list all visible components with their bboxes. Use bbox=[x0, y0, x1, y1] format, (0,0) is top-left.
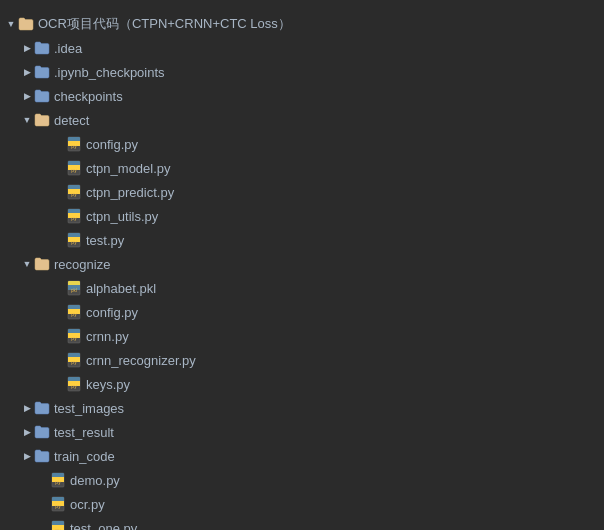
arrow-spacer bbox=[52, 209, 66, 223]
svg-text:pkl: pkl bbox=[71, 288, 77, 293]
arrow-spacer bbox=[52, 137, 66, 151]
item-label: test_result bbox=[54, 425, 114, 440]
arrow-spacer bbox=[52, 329, 66, 343]
item-label: demo.py bbox=[70, 473, 120, 488]
tree-arrow[interactable] bbox=[20, 425, 34, 439]
tree-arrow[interactable] bbox=[4, 17, 18, 31]
item-label: .ipynb_checkpoints bbox=[54, 65, 165, 80]
item-label: ocr.py bbox=[70, 497, 105, 512]
python-file-icon: py bbox=[66, 352, 82, 368]
folder-icon bbox=[34, 400, 50, 416]
item-label: alphabet.pkl bbox=[86, 281, 156, 296]
item-label: config.py bbox=[86, 137, 138, 152]
svg-text:py: py bbox=[71, 191, 77, 197]
folder-icon bbox=[34, 64, 50, 80]
item-label: crnn_recognizer.py bbox=[86, 353, 196, 368]
python-file-icon: py bbox=[66, 232, 82, 248]
python-file-icon: py bbox=[50, 496, 66, 512]
tree-item-recognize[interactable]: recognize bbox=[0, 252, 604, 276]
tree-item-ocr_py[interactable]: py ocr.py bbox=[0, 492, 604, 516]
tree-item-idea[interactable]: .idea bbox=[0, 36, 604, 60]
item-label: crnn.py bbox=[86, 329, 129, 344]
tree-item-demo_py[interactable]: py demo.py bbox=[0, 468, 604, 492]
item-label: test_one.py bbox=[70, 521, 137, 531]
item-label: ctpn_utils.py bbox=[86, 209, 158, 224]
tree-item-checkpoints[interactable]: checkpoints bbox=[0, 84, 604, 108]
arrow-spacer bbox=[36, 521, 50, 530]
arrow-spacer bbox=[36, 497, 50, 511]
arrow-spacer bbox=[52, 305, 66, 319]
python-file-icon: py bbox=[66, 208, 82, 224]
folder-icon bbox=[34, 256, 50, 272]
tree-item-test_one_py[interactable]: py test_one.py bbox=[0, 516, 604, 530]
tree-item-train_code[interactable]: train_code bbox=[0, 444, 604, 468]
tree-item-test_py[interactable]: py test.py bbox=[0, 228, 604, 252]
svg-text:py: py bbox=[71, 239, 77, 245]
pkl-file-icon: pkl bbox=[66, 280, 82, 296]
folder-icon bbox=[34, 40, 50, 56]
svg-text:py: py bbox=[71, 167, 77, 173]
tree-item-root[interactable]: OCR项目代码（CTPN+CRNN+CTC Loss） bbox=[0, 12, 604, 36]
tree-item-crnn_py[interactable]: py crnn.py bbox=[0, 324, 604, 348]
tree-arrow[interactable] bbox=[20, 89, 34, 103]
svg-text:py: py bbox=[71, 215, 77, 221]
item-label: ctpn_predict.py bbox=[86, 185, 174, 200]
python-file-icon: py bbox=[66, 304, 82, 320]
svg-text:py: py bbox=[71, 143, 77, 149]
svg-text:py: py bbox=[71, 311, 77, 317]
tree-item-config_py[interactable]: py config.py bbox=[0, 132, 604, 156]
svg-text:py: py bbox=[71, 335, 77, 341]
arrow-spacer bbox=[52, 281, 66, 295]
arrow-spacer bbox=[36, 473, 50, 487]
arrow-spacer bbox=[52, 185, 66, 199]
item-label: config.py bbox=[86, 305, 138, 320]
python-file-icon: py bbox=[66, 376, 82, 392]
tree-item-config2_py[interactable]: py config.py bbox=[0, 300, 604, 324]
item-label: recognize bbox=[54, 257, 110, 272]
python-file-icon: py bbox=[66, 328, 82, 344]
item-label: OCR项目代码（CTPN+CRNN+CTC Loss） bbox=[38, 15, 291, 33]
python-file-icon: py bbox=[66, 184, 82, 200]
item-label: checkpoints bbox=[54, 89, 123, 104]
python-file-icon: py bbox=[66, 136, 82, 152]
folder-icon bbox=[34, 424, 50, 440]
folder-icon bbox=[34, 112, 50, 128]
svg-text:py: py bbox=[55, 479, 61, 485]
tree-arrow[interactable] bbox=[20, 65, 34, 79]
tree-item-ctpn_utils_py[interactable]: py ctpn_utils.py bbox=[0, 204, 604, 228]
tree-arrow[interactable] bbox=[20, 257, 34, 271]
tree-item-crnn_recognizer_py[interactable]: py crnn_recognizer.py bbox=[0, 348, 604, 372]
item-label: ctpn_model.py bbox=[86, 161, 171, 176]
tree-item-keys_py[interactable]: py keys.py bbox=[0, 372, 604, 396]
tree-item-ctpn_predict_py[interactable]: py ctpn_predict.py bbox=[0, 180, 604, 204]
folder-icon bbox=[34, 88, 50, 104]
tree-arrow[interactable] bbox=[20, 113, 34, 127]
tree-arrow[interactable] bbox=[20, 401, 34, 415]
folder-icon bbox=[34, 448, 50, 464]
arrow-spacer bbox=[52, 233, 66, 247]
tree-item-test_images[interactable]: test_images bbox=[0, 396, 604, 420]
svg-text:py: py bbox=[71, 383, 77, 389]
item-label: .idea bbox=[54, 41, 82, 56]
item-label: test_images bbox=[54, 401, 124, 416]
arrow-spacer bbox=[52, 377, 66, 391]
item-label: keys.py bbox=[86, 377, 130, 392]
arrow-spacer bbox=[52, 161, 66, 175]
item-label: test.py bbox=[86, 233, 124, 248]
folder-icon bbox=[18, 16, 34, 32]
tree-arrow[interactable] bbox=[20, 41, 34, 55]
python-file-icon: py bbox=[66, 160, 82, 176]
python-file-icon: py bbox=[50, 520, 66, 530]
arrow-spacer bbox=[52, 353, 66, 367]
svg-text:py: py bbox=[71, 359, 77, 365]
tree-arrow[interactable] bbox=[20, 449, 34, 463]
tree-item-test_result[interactable]: test_result bbox=[0, 420, 604, 444]
python-file-icon: py bbox=[50, 472, 66, 488]
tree-item-detect[interactable]: detect bbox=[0, 108, 604, 132]
file-tree: OCR项目代码（CTPN+CRNN+CTC Loss） .idea .ipynb… bbox=[0, 8, 604, 530]
svg-text:py: py bbox=[55, 503, 61, 509]
tree-item-alphabet_pkl[interactable]: pkl alphabet.pkl bbox=[0, 276, 604, 300]
item-label: train_code bbox=[54, 449, 115, 464]
tree-item-ipynb_checkpoints[interactable]: .ipynb_checkpoints bbox=[0, 60, 604, 84]
tree-item-ctpn_model_py[interactable]: py ctpn_model.py bbox=[0, 156, 604, 180]
